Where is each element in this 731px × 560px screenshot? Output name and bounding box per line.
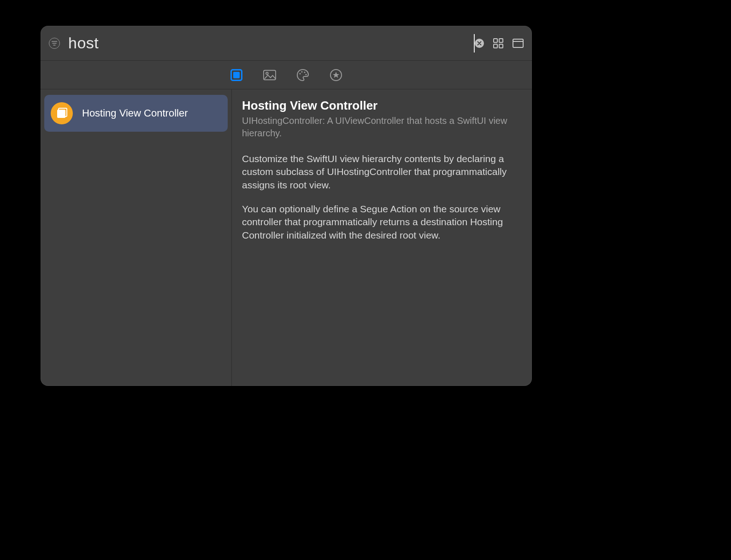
library-tabs bbox=[41, 61, 532, 89]
search-bar bbox=[41, 26, 532, 61]
svg-rect-7 bbox=[499, 44, 503, 48]
image-icon bbox=[263, 70, 276, 81]
color-tab[interactable] bbox=[296, 69, 309, 82]
svg-point-14 bbox=[304, 71, 305, 73]
star-circle-icon bbox=[330, 69, 342, 81]
square-filled-icon bbox=[230, 69, 242, 81]
search-input[interactable] bbox=[67, 34, 477, 52]
filter-icon[interactable] bbox=[49, 38, 60, 49]
detail-subtitle: UIHostingController: A UIViewController … bbox=[242, 115, 520, 140]
objects-tab[interactable] bbox=[230, 69, 243, 82]
list-item-label: Hosting View Controller bbox=[82, 107, 188, 119]
results-list: Hosting View Controller bbox=[41, 89, 232, 386]
snippets-tab[interactable] bbox=[330, 69, 342, 82]
svg-rect-8 bbox=[513, 39, 523, 47]
list-item[interactable]: Hosting View Controller bbox=[44, 95, 228, 132]
svg-point-13 bbox=[301, 71, 302, 72]
detail-pane-icon[interactable] bbox=[513, 39, 524, 48]
palette-icon bbox=[296, 69, 309, 82]
svg-rect-6 bbox=[494, 44, 497, 48]
detail-title: Hosting View Controller bbox=[242, 99, 520, 113]
detail-paragraph: You can optionally define a Segue Action… bbox=[242, 203, 520, 242]
svg-point-15 bbox=[305, 74, 307, 75]
library-panel: Hosting View Controller Hosting View Con… bbox=[41, 26, 532, 386]
grid-view-icon[interactable] bbox=[493, 38, 503, 48]
svg-point-11 bbox=[266, 72, 268, 74]
svg-rect-5 bbox=[499, 39, 503, 42]
detail-pane: Hosting View Controller UIHostingControl… bbox=[232, 89, 532, 386]
svg-point-12 bbox=[299, 73, 301, 74]
hosting-controller-icon bbox=[51, 102, 73, 124]
clear-icon[interactable] bbox=[475, 39, 484, 48]
detail-paragraph: Customize the SwiftUI view hierarchy con… bbox=[242, 152, 520, 192]
media-tab[interactable] bbox=[263, 69, 276, 82]
svg-rect-4 bbox=[494, 39, 497, 42]
